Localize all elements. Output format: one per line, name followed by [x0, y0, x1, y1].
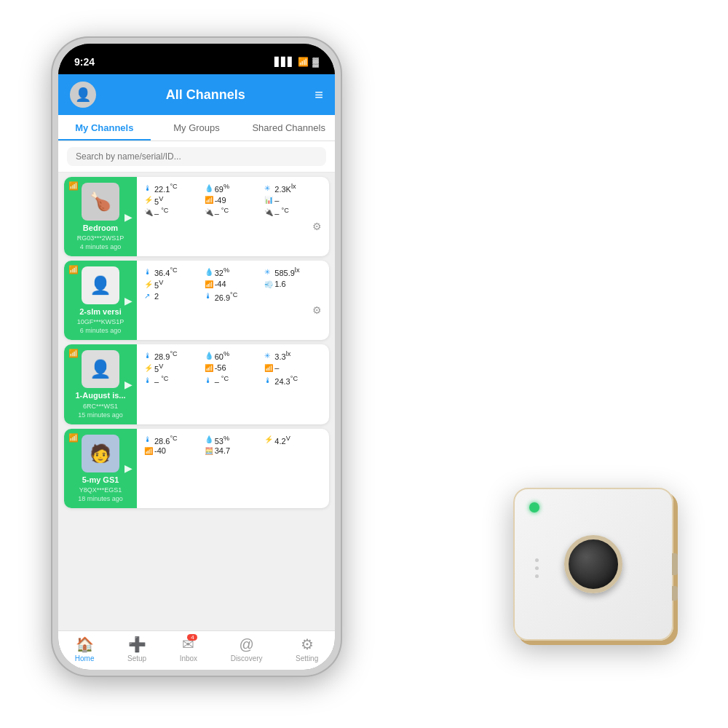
channel-left-august: 📶 👤 1-August is... 6RC***WS1 15 minutes … [64, 344, 137, 424]
device-dot-1 [535, 558, 539, 562]
light-icon2: ✳ [264, 268, 273, 276]
channel-id-bedroom: RG03***2WS1P [77, 234, 124, 242]
probe4-icon: 🌡 [144, 376, 153, 384]
channel-card-slm[interactable]: 📶 👤 2-slm versi 10GF***KWS1P 6 minutes a… [64, 261, 329, 340]
wifi-indicator-gs1: 📶 [68, 433, 79, 443]
data-signal: 📶-49 [205, 195, 262, 206]
card-settings-bedroom[interactable]: ⚙ [144, 221, 322, 232]
channel-time-bedroom: 4 minutes ago [80, 243, 122, 250]
card-settings-slm[interactable]: ⚙ [144, 304, 322, 316]
channel-list: 📶 🍗 Bedroom RG03***2WS1P 4 minutes ago ▶… [58, 173, 335, 630]
device-dots [535, 558, 539, 578]
search-bar [58, 141, 335, 173]
inbox-icon: ✉4 [182, 636, 194, 653]
signal-strength-icon: 📶 [205, 196, 213, 204]
voltage-icon4: ⚡ [264, 435, 273, 443]
channel-name-gs1: 5-my GS1 [82, 475, 119, 485]
data-probe2: 🔌– °C [205, 207, 262, 218]
arrow-icon: ↗ [144, 292, 153, 300]
device-lens [564, 535, 622, 593]
signal-icon2: 📶 [205, 280, 213, 288]
nav-inbox-label: Inbox [180, 654, 197, 662]
channel-right-slm: 🌡36.4°C 💧32% ✳585.9lx ⚡5V 📶-44 💨1.6 ↗2 🌡… [137, 261, 329, 340]
wifi-indicator: 📶 [68, 181, 79, 191]
channel-left-slm: 📶 👤 2-slm versi 10GF***KWS1P 6 minutes a… [64, 261, 137, 340]
play-button-gs1[interactable]: ▶ [124, 462, 132, 474]
channel-left-gs1: 📶 🧑 5-my GS1 Y8QX***EGS1 18 minutes ago … [64, 429, 137, 508]
channel-name-slm: 2-slm versi [79, 307, 121, 317]
light-icon3: ✳ [264, 352, 273, 360]
channel-avatar-august: 👤 [82, 350, 119, 388]
temp-icon3: 🌡 [144, 352, 153, 360]
data-temp: 🌡22.1°C [144, 183, 202, 194]
play-button-bedroom[interactable]: ▶ [124, 211, 132, 223]
tab-my-channels[interactable]: My Channels [58, 115, 151, 141]
status-bar: 9:24 ▋▋▋ 📶 ▓ [58, 44, 335, 74]
channel-right-august: 🌡28.9°C 💧60% ✳3.3lx ⚡5V 📶-56 📶– 🌡– °C 🌡–… [137, 344, 329, 424]
app-screen: 👤 All Channels ≡ My Channels My Groups S… [58, 74, 335, 670]
device-led [529, 502, 539, 513]
tab-my-groups[interactable]: My Groups [151, 115, 243, 141]
profile-avatar[interactable]: 👤 [70, 82, 96, 108]
signal-icon3: 📶 [205, 364, 213, 372]
device-port-2 [672, 586, 678, 601]
wifi-indicator-august: 📶 [68, 349, 79, 358]
humidity-icon4: 💧 [205, 435, 213, 443]
phone-screen: 9:24 ▋▋▋ 📶 ▓ 👤 All Channels ≡ My Ch [58, 44, 335, 670]
channel-time-gs1: 18 minutes ago [78, 495, 123, 502]
nav-inbox[interactable]: ✉4 Inbox [180, 636, 197, 662]
data-grid-slm: 🌡36.4°C 💧32% ✳585.9lx ⚡5V 📶-44 💨1.6 ↗2 🌡… [144, 266, 322, 301]
wifi-status-icon: 📶 [298, 57, 309, 67]
data-grid-bedroom: 🌡22.1°C 💧69% ✳2.3Klx ⚡5V 📶-49 📊– 🔌– °C 🔌… [144, 183, 322, 218]
channel-name-august: 1-August is... [75, 391, 125, 400]
light-icon: ✳ [264, 184, 273, 192]
inbox-badge: 4 [187, 634, 197, 641]
discovery-icon: @ [239, 636, 253, 653]
humidity-icon3: 💧 [205, 352, 213, 360]
data-light: ✳2.3Klx [264, 183, 322, 194]
nav-setup[interactable]: ➕ Setup [127, 636, 146, 662]
channel-card-bedroom[interactable]: 📶 🍗 Bedroom RG03***2WS1P 4 minutes ago ▶… [64, 177, 329, 256]
nav-home-label: Home [75, 654, 95, 662]
data-probe3: 🔌– °C [264, 207, 322, 218]
voltage-icon3: ⚡ [144, 364, 153, 372]
nav-discovery[interactable]: @ Discovery [231, 636, 263, 662]
probe2-icon: 🔌 [205, 208, 213, 216]
data-probe1: 🔌– °C [144, 207, 202, 218]
play-button-slm[interactable]: ▶ [124, 295, 132, 306]
tabs-bar: My Channels My Groups Shared Channels [58, 115, 335, 141]
channel-left-bedroom: 📶 🍗 Bedroom RG03***2WS1P 4 minutes ago ▶ [64, 177, 137, 256]
menu-icon[interactable]: ≡ [314, 87, 323, 103]
bar-icon: 📊 [264, 196, 273, 204]
search-input[interactable] [67, 147, 326, 166]
nav-setup-label: Setup [127, 654, 146, 662]
channel-time-slm: 6 minutes ago [80, 327, 122, 334]
signal-icon4: 📶 [144, 447, 153, 455]
nav-settings[interactable]: ⚙ Setting [296, 636, 318, 662]
voltage-icon2: ⚡ [144, 280, 153, 288]
play-button-august[interactable]: ▶ [124, 379, 132, 390]
channel-card-gs1[interactable]: 📶 🧑 5-my GS1 Y8QX***EGS1 18 minutes ago … [64, 429, 329, 508]
channel-avatar-bedroom: 🍗 [82, 183, 119, 221]
channel-right-bedroom: 🌡22.1°C 💧69% ✳2.3Klx ⚡5V 📶-49 📊– 🔌– °C 🔌… [137, 177, 329, 256]
channel-card-august[interactable]: 📶 👤 1-August is... 6RC***WS1 15 minutes … [64, 344, 329, 424]
nav-settings-label: Setting [296, 654, 318, 662]
home-icon: 🏠 [76, 636, 94, 653]
nav-home[interactable]: 🏠 Home [75, 636, 95, 662]
voltage-icon: ⚡ [144, 196, 153, 204]
probe3-icon: 🔌 [264, 208, 273, 216]
probe1-icon: 🔌 [144, 208, 153, 216]
status-time: 9:24 [74, 56, 95, 68]
channel-name-bedroom: Bedroom [83, 223, 118, 233]
temp-icon: 🌡 [144, 184, 153, 192]
nav-discovery-label: Discovery [231, 654, 263, 662]
data-humidity: 💧69% [205, 183, 262, 194]
channel-avatar-slm: 👤 [82, 266, 119, 304]
wifi-indicator-slm: 📶 [68, 265, 79, 274]
probe6-icon: 🌡 [264, 376, 273, 384]
channel-id-slm: 10GF***KWS1P [77, 318, 124, 325]
scene: 9:24 ▋▋▋ 📶 ▓ 👤 All Channels ≡ My Ch [15, 15, 713, 713]
temp-icon4: 🌡 [144, 435, 153, 443]
tab-shared-channels[interactable]: Shared Channels [242, 115, 335, 141]
settings-icon: ⚙ [301, 636, 314, 653]
